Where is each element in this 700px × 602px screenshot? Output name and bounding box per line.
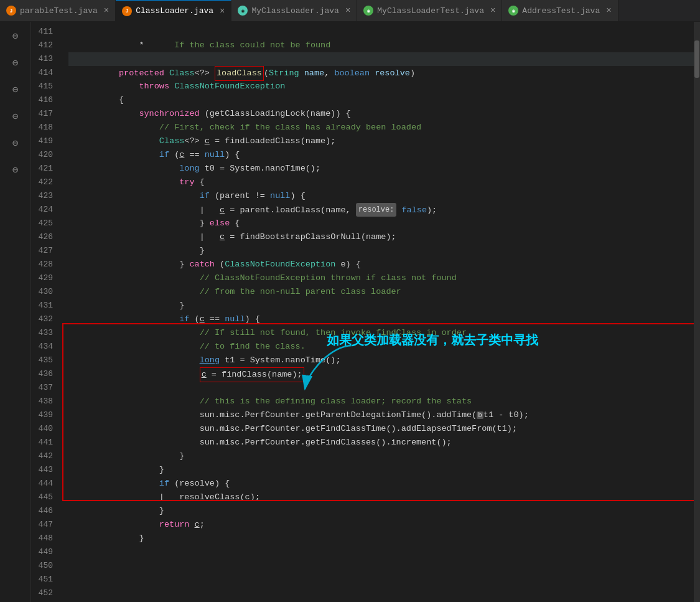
code-line-445: }	[68, 491, 694, 504]
code-line-440: sun.misc.PerfCounter.getFindClasses().in…	[68, 422, 694, 436]
code-line-437: // this is the defining class loader; re…	[68, 381, 694, 395]
code-line-429: // from the non-null parent class loader	[68, 271, 694, 285]
gutter-icon-3: ⊖	[12, 83, 19, 96]
gutter-icon-4: ⊖	[12, 110, 19, 123]
tab-label-myclassloader: MyClassLoader.java	[251, 6, 338, 16]
code-line-424: } else {	[68, 203, 694, 217]
code-line-436	[68, 367, 694, 381]
code-line-426: }	[68, 230, 694, 244]
tab-close-comparabletest[interactable]: ×	[104, 6, 109, 16]
code-line-432: // If still not found, then invoke findC…	[68, 313, 694, 326]
left-gutter: ⊖ ⊖ ⊖ ⊖ ⊖ ⊖	[0, 22, 31, 602]
code-line-418: Class<?> c = findLoadedClass(name);	[68, 121, 694, 134]
code-line-444: | resolveClass(c);	[68, 477, 694, 491]
tab-icon-addresstest: ◉	[508, 6, 518, 16]
code-line-433: // to find the class.	[68, 326, 694, 340]
code-line-442: }	[68, 449, 694, 463]
code-line-411: * If the class could not be found	[68, 25, 694, 39]
vertical-scrollbar[interactable]	[694, 22, 700, 602]
tab-icon-comparabletest: J	[6, 6, 16, 16]
tab-close-myclassloadertest[interactable]: ×	[490, 6, 495, 16]
tab-icon-classloader: J	[122, 6, 132, 16]
code-line-446: return c;	[68, 504, 694, 518]
code-line-414: throws ClassNotFoundException	[68, 66, 694, 80]
code-line-420: long t0 = System.nanoTime();	[68, 148, 694, 162]
tab-comparabletest[interactable]: J parableTest.java ×	[0, 0, 116, 21]
tab-label-comparabletest: parableTest.java	[20, 6, 98, 16]
code-line-425: | c = findBootstrapClassOrNull(name);	[68, 217, 694, 230]
code-line-434: long t1 = System.nanoTime();	[68, 340, 694, 354]
code-line-415: {	[68, 80, 694, 93]
code-line-443: if (resolve) {	[68, 463, 694, 477]
code-content[interactable]: * If the class could not be found */ pro…	[59, 22, 694, 602]
code-line-421: try {	[68, 162, 694, 176]
code-line-439: sun.misc.PerfCounter.getFindClassTime().…	[68, 408, 694, 422]
code-line-428: // ClassNotFoundException thrown if clas…	[68, 258, 694, 271]
tab-myclassloadertest[interactable]: ◉ MyClassLoaderTest.java ×	[357, 0, 502, 21]
gutter-icon-2: ⊖	[12, 57, 19, 69]
tab-close-classloader[interactable]: ×	[220, 6, 225, 16]
code-line-423: | c = parent.loadClass(name, resolve: fa…	[68, 189, 694, 203]
tab-close-myclassloader[interactable]: ×	[345, 6, 350, 16]
code-line-416: synchronized (getClassLoadingLock(name))…	[68, 93, 694, 107]
tab-classloader[interactable]: J ClassLoader.java ×	[116, 0, 231, 21]
code-line-422: if (parent != null) {	[68, 176, 694, 189]
code-line-417: // First, check if the class has already…	[68, 107, 694, 121]
code-line-413: protected Class<?> loadClass(String name…	[68, 52, 694, 66]
gutter-icon-5: ⊖	[12, 137, 19, 149]
tab-icon-myclassloader: ◉	[238, 6, 248, 16]
code-line-427: } catch (ClassNotFoundException e) {	[68, 244, 694, 258]
tab-icon-myclassloadertest: ◉	[363, 6, 373, 16]
editor-container: ⊖ ⊖ ⊖ ⊖ ⊖ ⊖ 411 412 413 414 415 416 417 …	[0, 22, 700, 602]
tab-label-classloader: ClassLoader.java	[136, 6, 213, 16]
code-line-412: */	[68, 39, 694, 52]
code-line-435: c = findClass(name);	[68, 354, 694, 367]
tab-label-myclassloadertest: MyClassLoaderTest.java	[377, 6, 484, 16]
code-line-430: }	[68, 285, 694, 299]
code-line-431: if (c == null) {	[68, 299, 694, 313]
tab-close-addresstest[interactable]: ×	[606, 6, 611, 16]
tab-addresstest[interactable]: ◉ AddressTest.java ×	[502, 0, 618, 21]
scrollbar-thumb[interactable]	[694, 40, 699, 78]
gutter-icon-1: ⊖	[12, 30, 19, 42]
tab-myclassloader[interactable]: ◉ MyClassLoader.java ×	[231, 0, 357, 21]
code-line-447: }	[68, 518, 694, 532]
line-numbers: 411 412 413 414 415 416 417 418 419 420 …	[31, 22, 59, 602]
code-line-441: }	[68, 436, 694, 449]
tab-bar: J parableTest.java × J ClassLoader.java …	[0, 0, 700, 22]
tab-label-addresstest: AddressTest.java	[522, 6, 600, 16]
code-line-438: sun.misc.PerfCounter.getParentDelegation…	[68, 395, 694, 408]
gutter-icon-6: ⊖	[12, 164, 19, 176]
code-line-419: if (c == null) {	[68, 134, 694, 148]
